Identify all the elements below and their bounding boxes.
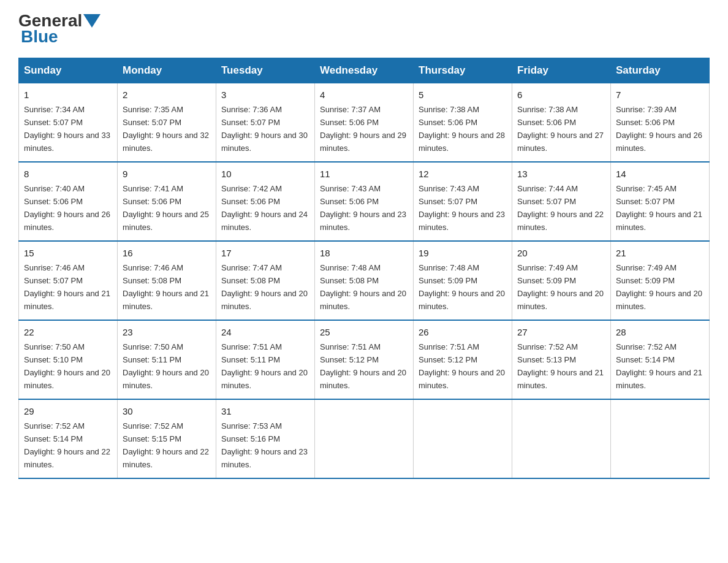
- day-number: 25: [320, 325, 408, 339]
- day-number: 5: [419, 88, 507, 102]
- calendar-cell: [611, 399, 710, 478]
- day-number: 28: [616, 325, 704, 339]
- day-info: Sunrise: 7:52 AMSunset: 5:13 PMDaylight:…: [517, 342, 604, 390]
- calendar-cell: 26Sunrise: 7:51 AMSunset: 5:12 PMDayligh…: [414, 320, 512, 399]
- calendar-cell: 17Sunrise: 7:47 AMSunset: 5:08 PMDayligh…: [216, 241, 315, 320]
- calendar-cell: 23Sunrise: 7:50 AMSunset: 5:11 PMDayligh…: [118, 320, 216, 399]
- day-info: Sunrise: 7:39 AMSunset: 5:06 PMDaylight:…: [616, 105, 702, 153]
- day-info: Sunrise: 7:35 AMSunset: 5:07 PMDaylight:…: [123, 105, 209, 153]
- calendar-cell: 30Sunrise: 7:52 AMSunset: 5:15 PMDayligh…: [118, 399, 216, 478]
- calendar-cell: 4Sunrise: 7:37 AMSunset: 5:06 PMDaylight…: [315, 83, 414, 162]
- day-info: Sunrise: 7:52 AMSunset: 5:14 PMDaylight:…: [24, 421, 110, 469]
- day-number: 2: [123, 88, 211, 102]
- calendar-cell: 27Sunrise: 7:52 AMSunset: 5:13 PMDayligh…: [512, 320, 611, 399]
- day-number: 6: [517, 88, 605, 102]
- day-number: 8: [24, 167, 112, 181]
- calendar-body: 1Sunrise: 7:34 AMSunset: 5:07 PMDaylight…: [19, 83, 710, 478]
- calendar-table: SundayMondayTuesdayWednesdayThursdayFrid…: [18, 58, 710, 479]
- day-info: Sunrise: 7:34 AMSunset: 5:07 PMDaylight:…: [24, 105, 110, 153]
- day-number: 19: [419, 246, 507, 260]
- day-number: 13: [517, 167, 605, 181]
- calendar-cell: [512, 399, 611, 478]
- day-info: Sunrise: 7:48 AMSunset: 5:08 PMDaylight:…: [320, 263, 406, 311]
- day-info: Sunrise: 7:51 AMSunset: 5:12 PMDaylight:…: [320, 342, 406, 390]
- calendar-cell: [315, 399, 414, 478]
- day-number: 31: [221, 404, 309, 418]
- day-info: Sunrise: 7:53 AMSunset: 5:16 PMDaylight:…: [221, 421, 308, 469]
- calendar-cell: 14Sunrise: 7:45 AMSunset: 5:07 PMDayligh…: [611, 162, 710, 241]
- calendar-header: SundayMondayTuesdayWednesdayThursdayFrid…: [19, 58, 710, 83]
- calendar-cell: 9Sunrise: 7:41 AMSunset: 5:06 PMDaylight…: [118, 162, 216, 241]
- day-number: 10: [221, 167, 309, 181]
- day-info: Sunrise: 7:46 AMSunset: 5:08 PMDaylight:…: [123, 263, 209, 311]
- calendar-cell: 2Sunrise: 7:35 AMSunset: 5:07 PMDaylight…: [118, 83, 216, 162]
- day-info: Sunrise: 7:41 AMSunset: 5:06 PMDaylight:…: [123, 184, 209, 232]
- day-number: 17: [221, 246, 309, 260]
- day-number: 7: [616, 88, 704, 102]
- calendar-cell: 29Sunrise: 7:52 AMSunset: 5:14 PMDayligh…: [19, 399, 118, 478]
- header-day-tuesday: Tuesday: [216, 58, 315, 83]
- header-day-thursday: Thursday: [414, 58, 512, 83]
- calendar-cell: 3Sunrise: 7:36 AMSunset: 5:07 PMDaylight…: [216, 83, 315, 162]
- day-number: 27: [517, 325, 605, 339]
- calendar-cell: 11Sunrise: 7:43 AMSunset: 5:06 PMDayligh…: [315, 162, 414, 241]
- day-number: 16: [123, 246, 211, 260]
- calendar-cell: 12Sunrise: 7:43 AMSunset: 5:07 PMDayligh…: [414, 162, 512, 241]
- day-info: Sunrise: 7:43 AMSunset: 5:07 PMDaylight:…: [419, 184, 505, 232]
- calendar-cell: 21Sunrise: 7:49 AMSunset: 5:09 PMDayligh…: [611, 241, 710, 320]
- calendar-cell: 6Sunrise: 7:38 AMSunset: 5:06 PMDaylight…: [512, 83, 611, 162]
- day-info: Sunrise: 7:45 AMSunset: 5:07 PMDaylight:…: [616, 184, 702, 232]
- day-info: Sunrise: 7:49 AMSunset: 5:09 PMDaylight:…: [616, 263, 702, 311]
- day-number: 14: [616, 167, 704, 181]
- calendar-cell: [414, 399, 512, 478]
- page-header: General Blue: [18, 12, 710, 47]
- calendar-cell: 13Sunrise: 7:44 AMSunset: 5:07 PMDayligh…: [512, 162, 611, 241]
- day-info: Sunrise: 7:52 AMSunset: 5:14 PMDaylight:…: [616, 342, 702, 390]
- calendar-cell: 24Sunrise: 7:51 AMSunset: 5:11 PMDayligh…: [216, 320, 315, 399]
- day-info: Sunrise: 7:43 AMSunset: 5:06 PMDaylight:…: [320, 184, 406, 232]
- day-info: Sunrise: 7:50 AMSunset: 5:10 PMDaylight:…: [24, 342, 110, 390]
- day-info: Sunrise: 7:38 AMSunset: 5:06 PMDaylight:…: [419, 105, 505, 153]
- calendar-cell: 22Sunrise: 7:50 AMSunset: 5:10 PMDayligh…: [19, 320, 118, 399]
- day-number: 18: [320, 246, 408, 260]
- day-info: Sunrise: 7:48 AMSunset: 5:09 PMDaylight:…: [419, 263, 505, 311]
- day-number: 12: [419, 167, 507, 181]
- header-day-saturday: Saturday: [611, 58, 710, 83]
- day-info: Sunrise: 7:42 AMSunset: 5:06 PMDaylight:…: [221, 184, 308, 232]
- day-number: 11: [320, 167, 408, 181]
- day-info: Sunrise: 7:50 AMSunset: 5:11 PMDaylight:…: [123, 342, 209, 390]
- day-number: 3: [221, 88, 309, 102]
- day-info: Sunrise: 7:49 AMSunset: 5:09 PMDaylight:…: [517, 263, 604, 311]
- day-info: Sunrise: 7:40 AMSunset: 5:06 PMDaylight:…: [24, 184, 110, 232]
- calendar-cell: 19Sunrise: 7:48 AMSunset: 5:09 PMDayligh…: [414, 241, 512, 320]
- calendar-cell: 16Sunrise: 7:46 AMSunset: 5:08 PMDayligh…: [118, 241, 216, 320]
- day-number: 20: [517, 246, 605, 260]
- header-row: SundayMondayTuesdayWednesdayThursdayFrid…: [19, 58, 710, 83]
- day-number: 23: [123, 325, 211, 339]
- week-row-3: 15Sunrise: 7:46 AMSunset: 5:07 PMDayligh…: [19, 241, 710, 320]
- day-number: 1: [24, 88, 112, 102]
- day-info: Sunrise: 7:51 AMSunset: 5:12 PMDaylight:…: [419, 342, 505, 390]
- calendar-cell: 1Sunrise: 7:34 AMSunset: 5:07 PMDaylight…: [19, 83, 118, 162]
- calendar-cell: 7Sunrise: 7:39 AMSunset: 5:06 PMDaylight…: [611, 83, 710, 162]
- day-number: 30: [123, 404, 211, 418]
- day-info: Sunrise: 7:38 AMSunset: 5:06 PMDaylight:…: [517, 105, 604, 153]
- header-day-monday: Monday: [118, 58, 216, 83]
- day-number: 15: [24, 246, 112, 260]
- day-number: 29: [24, 404, 112, 418]
- week-row-5: 29Sunrise: 7:52 AMSunset: 5:14 PMDayligh…: [19, 399, 710, 478]
- logo-triangle-icon: [83, 14, 100, 28]
- day-info: Sunrise: 7:36 AMSunset: 5:07 PMDaylight:…: [221, 105, 308, 153]
- calendar-cell: 18Sunrise: 7:48 AMSunset: 5:08 PMDayligh…: [315, 241, 414, 320]
- header-day-friday: Friday: [512, 58, 611, 83]
- week-row-2: 8Sunrise: 7:40 AMSunset: 5:06 PMDaylight…: [19, 162, 710, 241]
- logo: General Blue: [18, 12, 102, 47]
- calendar-cell: 5Sunrise: 7:38 AMSunset: 5:06 PMDaylight…: [414, 83, 512, 162]
- day-info: Sunrise: 7:37 AMSunset: 5:06 PMDaylight:…: [320, 105, 406, 153]
- header-day-sunday: Sunday: [19, 58, 118, 83]
- day-number: 22: [24, 325, 112, 339]
- calendar-cell: 31Sunrise: 7:53 AMSunset: 5:16 PMDayligh…: [216, 399, 315, 478]
- day-info: Sunrise: 7:47 AMSunset: 5:08 PMDaylight:…: [221, 263, 308, 311]
- calendar-cell: 28Sunrise: 7:52 AMSunset: 5:14 PMDayligh…: [611, 320, 710, 399]
- day-number: 24: [221, 325, 309, 339]
